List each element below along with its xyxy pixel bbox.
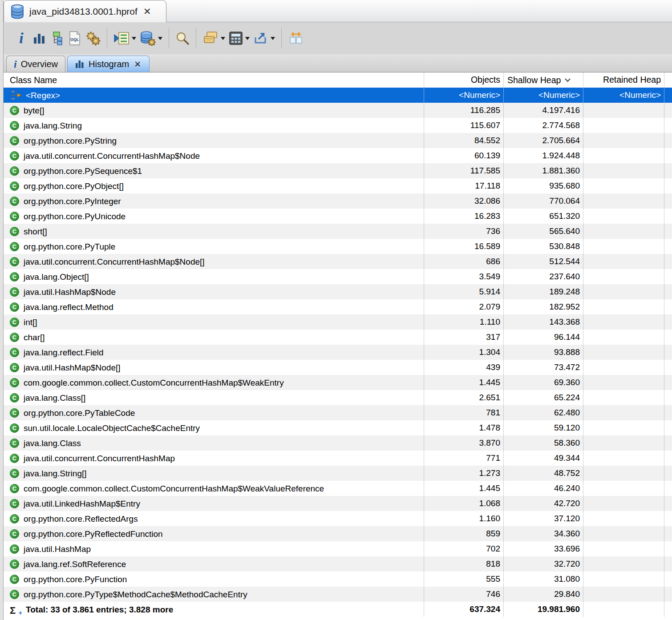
compare-panes-icon <box>288 31 304 46</box>
table-row[interactable]: C org.python.core.PyTuple 16.589 530.848 <box>4 239 672 254</box>
table-row[interactable]: C org.python.core.PyUnicode 16.283 651.3… <box>4 209 672 224</box>
class-name: org.python.core.ReflectedArgs <box>24 511 138 526</box>
table-row[interactable]: C java.lang.Class[] 2.651 65.224 <box>4 390 672 405</box>
table-row[interactable]: C org.python.core.PyReflectedFunction 85… <box>4 526 672 541</box>
table-row[interactable]: C org.python.core.PyType$MethodCache$Met… <box>4 587 672 602</box>
total-row-tail <box>664 602 672 617</box>
toolbar-separator <box>196 28 196 48</box>
table-row[interactable]: C java.lang.Class 3.870 58.360 <box>4 435 672 451</box>
search-button[interactable] <box>174 28 191 49</box>
table-row[interactable]: C java.lang.reflect.Method 2.079 182.952 <box>4 299 672 314</box>
dropdown-arrow-icon[interactable] <box>221 37 225 40</box>
class-name: org.python.core.PyFunction <box>24 572 127 587</box>
dropdown-arrow-icon[interactable] <box>132 37 136 40</box>
table-row[interactable]: C java.util.concurrent.ConcurrentHashMap… <box>4 451 672 466</box>
editor-tab-close-icon[interactable]: ✕ <box>142 7 152 16</box>
customize-expert-button[interactable] <box>84 28 102 49</box>
table-body: C byte[] 116.285 4.197.416 C java.lang.S… <box>4 103 672 602</box>
class-name: org.python.core.PyUnicode <box>24 209 125 224</box>
row-tail <box>664 224 672 239</box>
tab-overview[interactable]: i Overview <box>6 56 65 72</box>
table-row[interactable]: C java.util.LinkedHashMap$Entry 1.068 42… <box>4 496 672 511</box>
table-row[interactable]: C java.util.HashMap$Node 5.914 189.248 <box>4 284 672 299</box>
class-name: com.google.common.collect.CustomConcurre… <box>24 375 284 390</box>
table-row[interactable]: C java.util.concurrent.ConcurrentHashMap… <box>4 254 672 269</box>
row-tail <box>664 587 672 602</box>
shallow-heap-value: 49.344 <box>504 451 583 466</box>
oql-button[interactable]: OQL <box>66 28 84 49</box>
table-row[interactable]: C org.python.core.PyFunction 555 31.080 <box>4 572 672 587</box>
objects-value: 1.445 <box>424 375 504 390</box>
table-row[interactable]: C int[] 1.110 143.368 <box>4 314 672 330</box>
retained-heap-value <box>583 526 664 541</box>
filter-row[interactable]: <Regex> <Numeric> <Numeric> <Numeric> <box>4 88 672 103</box>
table-row[interactable]: C java.util.HashMap$Node[] 439 73.472 <box>4 360 672 375</box>
shallow-heap-value: 48.752 <box>504 466 583 481</box>
dominator-tree-icon <box>50 31 64 45</box>
table-row[interactable]: C org.python.core.PyObject[] 17.118 935.… <box>4 178 672 193</box>
table-row[interactable]: C java.lang.String[] 1.273 48.752 <box>4 466 672 481</box>
class-icon: C <box>10 302 19 312</box>
heap-info-button[interactable]: i <box>12 28 30 49</box>
shallow-heap-value: 59.120 <box>504 420 583 435</box>
objects-filter-input[interactable]: <Numeric> <box>424 88 504 103</box>
objects-value: 1.273 <box>424 466 504 481</box>
class-name: java.lang.Object[] <box>24 270 89 284</box>
run-expert-report-button[interactable] <box>112 28 138 49</box>
shallow-heap-value: 96.144 <box>504 330 583 345</box>
calculate-retained-size-button[interactable] <box>227 28 251 49</box>
info-icon: i <box>14 59 17 69</box>
table-row[interactable]: C org.python.core.PyInteger 32.086 770.0… <box>4 193 672 209</box>
shallow-heap-value: 2.705.664 <box>504 133 583 148</box>
table-row[interactable]: C java.lang.String 115.607 2.774.568 <box>4 118 672 133</box>
table-row[interactable]: C java.util.HashMap 702 33.696 <box>4 541 672 556</box>
table-row[interactable]: C org.python.core.PySequence$1 117.585 1… <box>4 163 672 178</box>
table-row[interactable]: C org.python.core.PyString 84.552 2.705.… <box>4 133 672 148</box>
column-header-objects[interactable]: Objects <box>424 72 504 88</box>
editor-tab-hprof[interactable]: java_pid34813.0001.hprof ✕ <box>4 0 166 22</box>
shallow-heap-value: 93.888 <box>504 345 583 360</box>
toolbar-separator <box>281 28 282 48</box>
column-header-retained-heap[interactable]: Retained Heap <box>583 72 664 88</box>
table-row[interactable]: C java.util.concurrent.ConcurrentHashMap… <box>4 148 672 163</box>
table-row[interactable]: C java.lang.ref.SoftReference 818 32.720 <box>4 556 672 572</box>
compare-to-another-heap-button[interactable] <box>286 28 306 49</box>
regex-filter-input[interactable]: <Regex> <box>26 88 60 103</box>
table-row[interactable]: C com.google.common.collect.CustomConcur… <box>4 375 672 390</box>
table-row[interactable]: C java.lang.Object[] 3.549 237.640 <box>4 269 672 284</box>
retained-heap-filter-input[interactable]: <Numeric> <box>583 88 664 103</box>
class-icon: C <box>10 514 19 523</box>
shallow-heap-value: 33.696 <box>504 541 583 556</box>
dropdown-arrow-icon[interactable] <box>271 37 275 40</box>
dropdown-arrow-icon[interactable] <box>245 37 250 40</box>
dropdown-arrow-icon[interactable] <box>158 37 162 40</box>
row-tail <box>664 556 672 572</box>
class-name: org.python.core.PyObject[] <box>24 179 124 193</box>
table-row[interactable]: C short[] 736 565.640 <box>4 224 672 239</box>
table-row[interactable]: C com.google.common.collect.CustomConcur… <box>4 481 672 496</box>
export-button[interactable] <box>251 28 277 49</box>
dominator-tree-button[interactable] <box>48 28 66 49</box>
column-header-class-name[interactable]: Class Name <box>4 72 424 88</box>
column-header-shallow-heap[interactable]: Shallow Heap <box>504 72 583 88</box>
shallow-heap-filter-input[interactable]: <Numeric> <box>504 88 583 103</box>
row-tail <box>664 133 672 148</box>
class-name: org.python.core.PyReflectedFunction <box>24 527 163 541</box>
table-row[interactable]: C org.python.core.ReflectedArgs 1.160 37… <box>4 511 672 526</box>
tab-histogram[interactable]: Histogram ✕ <box>67 56 150 72</box>
group-by-button[interactable] <box>201 28 227 49</box>
retained-heap-value <box>583 587 664 602</box>
info-icon: i <box>19 31 23 46</box>
table-row[interactable]: C byte[] 116.285 4.197.416 <box>4 103 672 118</box>
tab-histogram-close-icon[interactable]: ✕ <box>133 60 142 68</box>
histogram-button[interactable] <box>30 28 48 49</box>
table-row[interactable]: C char[] 317 96.144 <box>4 330 672 345</box>
table-row[interactable]: C java.lang.reflect.Field 1.304 93.888 <box>4 345 672 360</box>
table-row[interactable]: C org.python.core.PyTableCode 781 62.480 <box>4 405 672 420</box>
objects-value: 1.478 <box>424 420 504 435</box>
table-row[interactable]: C sun.util.locale.LocaleObjectCache$Cach… <box>4 420 672 435</box>
shallow-heap-value: 1.924.448 <box>504 148 583 163</box>
toolbar-separator <box>169 28 169 48</box>
heap-dump-actions-button[interactable] <box>138 28 164 49</box>
class-name: java.util.concurrent.ConcurrentHashMap$N… <box>24 254 205 269</box>
